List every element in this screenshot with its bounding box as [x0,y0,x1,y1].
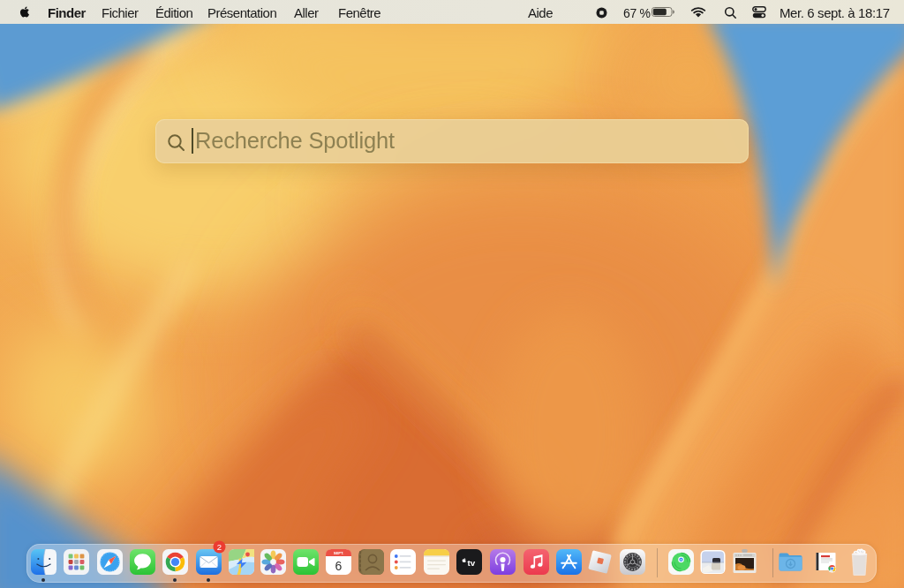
svg-text:6: 6 [335,559,342,573]
svg-text:SEPT.: SEPT. [333,551,343,555]
svg-text:tv: tv [467,558,475,568]
svg-text:2: 2 [217,542,222,552]
